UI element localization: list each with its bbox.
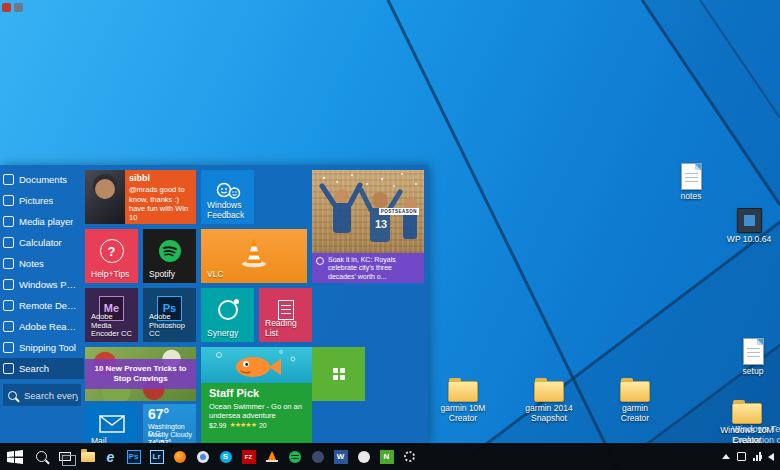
desktop-icon-label: garmin Creator — [607, 404, 663, 424]
taskbar-word[interactable]: W — [329, 443, 352, 470]
taskbar-search[interactable] — [30, 443, 53, 470]
tile-label: Reading List — [265, 318, 312, 338]
folder-icon — [448, 381, 478, 402]
start-menu-item-powershell[interactable]: Windows PowerShell — [0, 274, 84, 295]
internet-explorer-icon: e — [107, 449, 115, 465]
powershell-icon — [3, 279, 14, 290]
start-menu-item-notes[interactable]: Notes — [0, 253, 84, 274]
tile-green-app[interactable] — [312, 347, 365, 401]
synergy-ring-icon — [218, 300, 238, 320]
tile-mail[interactable]: Mail — [85, 404, 138, 443]
desktop-icon-folder-3[interactable]: garmin Creator — [606, 376, 664, 424]
taskbar-filezilla[interactable]: FZ — [237, 443, 260, 470]
start-search-box[interactable] — [3, 384, 81, 406]
rating-stars: ★★★★★ — [230, 421, 256, 429]
taskbar-file-explorer[interactable] — [76, 443, 99, 470]
gear-icon — [404, 451, 415, 462]
store-app-title: Ocean Swimmer - Go on an undersea advent… — [209, 402, 304, 421]
search-input[interactable] — [22, 389, 80, 402]
tile-vlc[interactable]: VLC — [201, 229, 307, 283]
tile-health-fitness-news[interactable]: 10 New Proven Tricks to Stop Cravings — [85, 347, 196, 401]
taskbar-skype[interactable]: S — [214, 443, 237, 470]
desktop-icon-folder-1[interactable]: garmin 10M Creator — [434, 376, 492, 424]
tile-sibbl-message: @mrads good to know, thanks :) have fun … — [129, 185, 192, 223]
taskbar-lightroom[interactable]: Lr — [145, 443, 168, 470]
taskbar-photoshop[interactable]: Ps — [122, 443, 145, 470]
store-badge: Staff Pick — [209, 387, 259, 399]
taskbar-steam[interactable] — [306, 443, 329, 470]
reading-list-page-icon — [278, 300, 294, 320]
tile-sibbl-social[interactable]: sibbl @mrads good to know, thanks :) hav… — [85, 170, 196, 224]
start-menu-item-pictures[interactable]: Pictures — [0, 190, 84, 211]
desktop-icon-folder-2[interactable]: garmin 2014 Snapshot — [520, 376, 578, 424]
tile-reading-list[interactable]: Reading List — [259, 288, 312, 342]
desktop-icon-label: WP 10.0.64 — [727, 235, 771, 245]
taskbar-chrome[interactable] — [191, 443, 214, 470]
start-menu-item-remote-desktop[interactable]: Remote Desktop Connection — [0, 295, 84, 316]
snipping-tool-icon — [3, 342, 14, 353]
desktop: notes WP 10.0.64 setup garmin 10M Creato… — [0, 0, 780, 470]
taskbar-notepad[interactable]: N — [375, 443, 398, 470]
envelope-icon — [99, 415, 125, 433]
taskbar: e Ps Lr S FZ W N — [0, 443, 780, 470]
desktop-icon-label: setup — [743, 367, 764, 377]
tile-label: VLC — [207, 269, 224, 279]
document-icon — [681, 163, 702, 190]
lightroom-icon: Lr — [150, 450, 164, 464]
watermark-line-1: Windows Technical Preview — [732, 424, 780, 435]
tile-label: Mail — [91, 436, 107, 443]
taskbar-vlc[interactable] — [260, 443, 283, 470]
windows-logo-icon — [7, 450, 23, 464]
rating-count: 20 — [259, 422, 267, 429]
ocean-swimmer-fish-art — [201, 347, 312, 383]
tile-label: Spotify — [149, 269, 175, 279]
tray-expand-chevron-icon[interactable] — [722, 454, 730, 459]
taskbar-settings[interactable] — [398, 443, 421, 470]
start-menu-item-adobe-reader[interactable]: Adobe Reader XI — [0, 316, 84, 337]
tile-label: Adobe Photoshop CC — [149, 313, 192, 338]
start-button[interactable] — [0, 443, 30, 470]
firefox-icon — [174, 451, 186, 463]
search-icon — [36, 451, 47, 462]
taskbar-firefox[interactable] — [168, 443, 191, 470]
start-menu-item-documents[interactable]: Documents — [0, 169, 84, 190]
tile-adobe-photoshop[interactable]: Ps Adobe Photoshop CC — [143, 288, 196, 342]
store-price: $2.99 — [209, 422, 227, 429]
tile-help-tips[interactable]: ? Help+Tips — [85, 229, 138, 283]
tile-label: Windows Feedback — [207, 200, 254, 220]
desktop-icon-label: notes — [681, 192, 702, 202]
taskbar-task-view[interactable] — [53, 443, 76, 470]
tile-sports-news[interactable]: 13 POSTSEASON Soak it in, KC: Royals cel… — [312, 170, 424, 283]
tile-adobe-media-encoder[interactable]: Me Adobe Media Encoder CC — [85, 288, 138, 342]
action-center-icon[interactable] — [737, 452, 746, 461]
start-menu-item-search[interactable]: Search — [0, 358, 84, 379]
volume-icon[interactable] — [768, 453, 774, 461]
taskbar-github[interactable] — [352, 443, 375, 470]
start-menu-item-calculator[interactable]: Calculator — [0, 232, 84, 253]
unknown-icon — [14, 3, 23, 12]
remote-desktop-icon — [3, 300, 14, 311]
chrome-icon — [197, 451, 209, 463]
tile-windows-feedback[interactable]: Windows Feedback — [201, 170, 254, 224]
unknown-icon — [2, 3, 11, 12]
start-menu-item-media-player[interactable]: Media player — [0, 211, 84, 232]
skype-icon: S — [220, 451, 232, 463]
tile-store-staff-pick[interactable]: Staff Pick Ocean Swimmer - Go on an unde… — [201, 347, 312, 443]
desktop-icon-wp[interactable]: WP 10.0.64 — [720, 206, 778, 245]
filezilla-icon: FZ — [242, 450, 256, 464]
start-menu-item-snipping-tool[interactable]: Snipping Tool — [0, 337, 84, 358]
tile-synergy[interactable]: Synergy — [201, 288, 254, 342]
adobe-reader-icon — [3, 321, 14, 332]
tile-label: Synergy — [207, 328, 238, 338]
application-icon — [737, 208, 762, 233]
word-icon: W — [334, 450, 348, 464]
tile-weather[interactable]: 67° Washington D.C. Mostly Cloudy 74°/57… — [143, 404, 196, 443]
taskbar-spotify[interactable] — [283, 443, 306, 470]
desktop-icon-notes[interactable]: notes — [662, 163, 720, 202]
notes-icon — [3, 258, 14, 269]
taskbar-internet-explorer[interactable]: e — [99, 443, 122, 470]
desktop-icon-setup[interactable]: setup — [724, 338, 780, 377]
postseason-sign: POSTSEASON — [379, 208, 419, 215]
sports-headline: Soak it in, KC: Royals celebrate city's … — [328, 256, 420, 281]
tile-spotify[interactable]: Spotify — [143, 229, 196, 283]
